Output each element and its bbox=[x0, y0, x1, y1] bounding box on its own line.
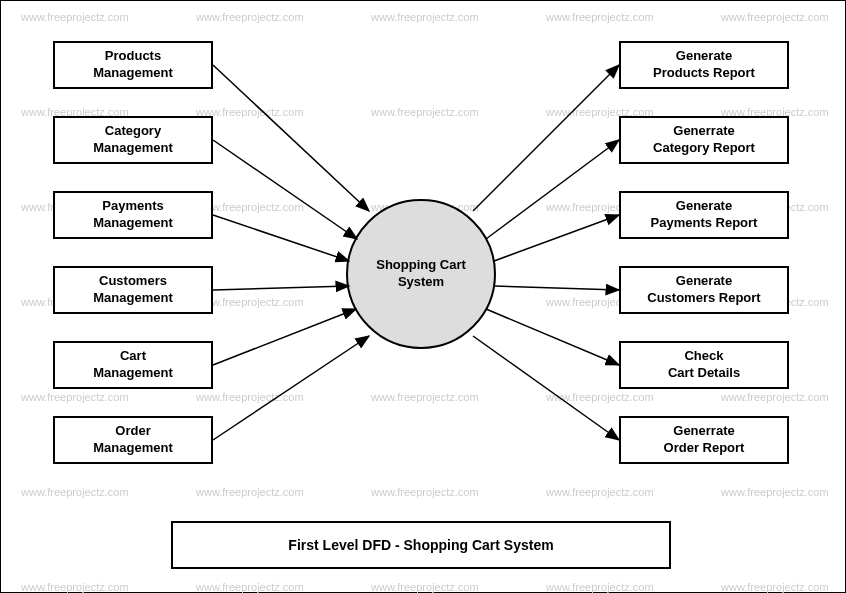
svg-line-11 bbox=[486, 309, 619, 365]
right-entity-line2: Customers Report bbox=[647, 290, 760, 307]
svg-line-1 bbox=[213, 65, 369, 211]
central-line1: Shopping Cart bbox=[376, 257, 466, 274]
watermark: www.freeprojectz.com bbox=[546, 11, 654, 23]
watermark: www.freeprojectz.com bbox=[21, 11, 129, 23]
left-entity-5: OrderManagement bbox=[53, 416, 213, 464]
watermark: www.freeprojectz.com bbox=[721, 581, 829, 593]
svg-line-10 bbox=[494, 286, 619, 290]
left-entity-line2: Management bbox=[93, 365, 172, 382]
left-entity-line1: Customers bbox=[99, 273, 167, 290]
svg-line-5 bbox=[213, 309, 356, 365]
svg-line-3 bbox=[213, 215, 349, 261]
title-text: First Level DFD - Shopping Cart System bbox=[288, 537, 553, 553]
central-process: Shopping Cart System bbox=[346, 199, 496, 349]
left-entity-3: CustomersManagement bbox=[53, 266, 213, 314]
watermark: www.freeprojectz.com bbox=[21, 391, 129, 403]
left-entity-1: CategoryManagement bbox=[53, 116, 213, 164]
svg-line-7 bbox=[473, 65, 619, 211]
right-entity-5: GenerrateOrder Report bbox=[619, 416, 789, 464]
watermark: www.freeprojectz.com bbox=[546, 391, 654, 403]
right-entity-line2: Payments Report bbox=[651, 215, 758, 232]
watermark: www.freeprojectz.com bbox=[371, 486, 479, 498]
left-entity-line1: Products bbox=[105, 48, 161, 65]
left-entity-line1: Order bbox=[115, 423, 150, 440]
right-entity-line1: Generate bbox=[676, 198, 732, 215]
svg-line-4 bbox=[213, 286, 349, 290]
left-entity-line2: Management bbox=[93, 140, 172, 157]
left-entity-line2: Management bbox=[93, 215, 172, 232]
right-entity-1: GenerrateCategory Report bbox=[619, 116, 789, 164]
left-entity-4: CartManagement bbox=[53, 341, 213, 389]
diagram-container: www.freeprojectz.comwww.freeprojectz.com… bbox=[0, 0, 846, 593]
left-entity-line1: Category bbox=[105, 123, 161, 140]
watermark: www.freeprojectz.com bbox=[371, 581, 479, 593]
watermark: www.freeprojectz.com bbox=[371, 11, 479, 23]
watermark: www.freeprojectz.com bbox=[721, 391, 829, 403]
svg-line-2 bbox=[213, 140, 357, 239]
watermark: www.freeprojectz.com bbox=[196, 391, 304, 403]
right-entity-2: GeneratePayments Report bbox=[619, 191, 789, 239]
left-entity-line1: Cart bbox=[120, 348, 146, 365]
left-entity-line2: Management bbox=[93, 440, 172, 457]
right-entity-line1: Generate bbox=[676, 273, 732, 290]
watermark: www.freeprojectz.com bbox=[721, 11, 829, 23]
right-entity-line2: Products Report bbox=[653, 65, 755, 82]
right-entity-4: CheckCart Details bbox=[619, 341, 789, 389]
right-entity-line1: Generrate bbox=[673, 123, 734, 140]
svg-line-9 bbox=[494, 215, 619, 261]
left-entity-2: PaymentsManagement bbox=[53, 191, 213, 239]
central-line2: System bbox=[398, 274, 444, 291]
svg-line-8 bbox=[486, 140, 619, 239]
right-entity-3: GenerateCustomers Report bbox=[619, 266, 789, 314]
right-entity-line1: Check bbox=[684, 348, 723, 365]
watermark: www.freeprojectz.com bbox=[721, 486, 829, 498]
left-entity-line2: Management bbox=[93, 290, 172, 307]
watermark: www.freeprojectz.com bbox=[546, 581, 654, 593]
watermark: www.freeprojectz.com bbox=[371, 391, 479, 403]
right-entity-line1: Generrate bbox=[673, 423, 734, 440]
diagram-title: First Level DFD - Shopping Cart System bbox=[171, 521, 671, 569]
right-entity-line2: Category Report bbox=[653, 140, 755, 157]
watermark: www.freeprojectz.com bbox=[196, 581, 304, 593]
watermark: www.freeprojectz.com bbox=[546, 486, 654, 498]
right-entity-line2: Order Report bbox=[664, 440, 745, 457]
right-entity-line2: Cart Details bbox=[668, 365, 740, 382]
left-entity-line2: Management bbox=[93, 65, 172, 82]
watermark: www.freeprojectz.com bbox=[21, 486, 129, 498]
left-entity-line1: Payments bbox=[102, 198, 163, 215]
svg-line-6 bbox=[213, 336, 369, 440]
svg-line-12 bbox=[473, 336, 619, 440]
watermark: www.freeprojectz.com bbox=[371, 106, 479, 118]
left-entity-0: ProductsManagement bbox=[53, 41, 213, 89]
right-entity-0: GenerateProducts Report bbox=[619, 41, 789, 89]
watermark: www.freeprojectz.com bbox=[21, 581, 129, 593]
watermark: www.freeprojectz.com bbox=[196, 11, 304, 23]
watermark: www.freeprojectz.com bbox=[196, 486, 304, 498]
right-entity-line1: Generate bbox=[676, 48, 732, 65]
